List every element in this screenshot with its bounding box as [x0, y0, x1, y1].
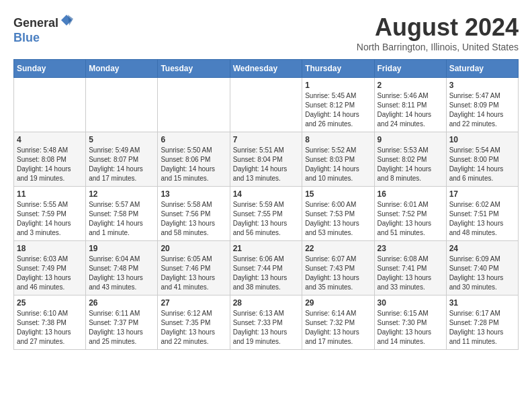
day-info: Sunrise: 6:14 AM Sunset: 7:32 PM Dayligh…	[305, 309, 371, 347]
weekday-header: Wednesday	[230, 60, 302, 78]
calendar-cell: 16Sunrise: 6:01 AM Sunset: 7:52 PM Dayli…	[374, 187, 446, 241]
calendar-cell: 23Sunrise: 6:08 AM Sunset: 7:41 PM Dayli…	[374, 241, 446, 295]
calendar-header-row: SundayMondayTuesdayWednesdayThursdayFrid…	[14, 60, 519, 78]
day-number: 1	[305, 81, 371, 90]
calendar-cell: 26Sunrise: 6:11 AM Sunset: 7:37 PM Dayli…	[86, 295, 158, 350]
logo: General Blue	[13, 13, 73, 45]
day-number: 10	[449, 135, 515, 144]
calendar-cell: 25Sunrise: 6:10 AM Sunset: 7:38 PM Dayli…	[14, 295, 86, 350]
weekday-header: Friday	[374, 60, 446, 78]
calendar-cell: 13Sunrise: 5:58 AM Sunset: 7:56 PM Dayli…	[158, 187, 230, 241]
calendar-cell: 12Sunrise: 5:57 AM Sunset: 7:58 PM Dayli…	[86, 187, 158, 241]
day-info: Sunrise: 6:06 AM Sunset: 7:44 PM Dayligh…	[233, 255, 300, 292]
day-info: Sunrise: 6:08 AM Sunset: 7:41 PM Dayligh…	[378, 255, 443, 292]
calendar-cell: 2Sunrise: 5:46 AM Sunset: 8:11 PM Daylig…	[374, 78, 446, 132]
calendar-cell: 29Sunrise: 6:14 AM Sunset: 7:32 PM Dayli…	[302, 295, 374, 350]
day-info: Sunrise: 6:13 AM Sunset: 7:33 PM Dayligh…	[233, 309, 300, 347]
day-info: Sunrise: 5:48 AM Sunset: 8:08 PM Dayligh…	[17, 146, 83, 183]
day-info: Sunrise: 6:05 AM Sunset: 7:46 PM Dayligh…	[161, 255, 226, 292]
calendar-cell: 9Sunrise: 5:53 AM Sunset: 8:02 PM Daylig…	[374, 132, 446, 187]
day-info: Sunrise: 5:52 AM Sunset: 8:03 PM Dayligh…	[305, 146, 371, 183]
calendar-cell: 17Sunrise: 6:02 AM Sunset: 7:51 PM Dayli…	[446, 187, 518, 241]
calendar-cell: 10Sunrise: 5:54 AM Sunset: 8:00 PM Dayli…	[446, 132, 518, 187]
day-info: Sunrise: 5:51 AM Sunset: 8:04 PM Dayligh…	[233, 146, 300, 183]
day-number: 13	[161, 189, 226, 199]
day-number: 27	[161, 298, 226, 308]
day-info: Sunrise: 6:12 AM Sunset: 7:35 PM Dayligh…	[161, 309, 226, 347]
day-number: 6	[161, 135, 226, 144]
weekday-header: Thursday	[302, 60, 374, 78]
day-info: Sunrise: 6:07 AM Sunset: 7:43 PM Dayligh…	[305, 255, 371, 292]
calendar-cell: 3Sunrise: 5:47 AM Sunset: 8:09 PM Daylig…	[446, 78, 518, 132]
day-number: 20	[161, 244, 226, 253]
calendar-cell: 6Sunrise: 5:50 AM Sunset: 8:06 PM Daylig…	[158, 132, 230, 187]
calendar-cell: 24Sunrise: 6:09 AM Sunset: 7:40 PM Dayli…	[446, 241, 518, 295]
day-info: Sunrise: 5:49 AM Sunset: 8:07 PM Dayligh…	[89, 146, 154, 183]
day-number: 25	[17, 298, 83, 308]
calendar-cell	[230, 78, 302, 132]
day-info: Sunrise: 5:54 AM Sunset: 8:00 PM Dayligh…	[449, 146, 515, 183]
day-number: 23	[378, 244, 443, 253]
logo-general: General	[13, 16, 58, 30]
day-info: Sunrise: 6:02 AM Sunset: 7:51 PM Dayligh…	[449, 200, 515, 238]
day-number: 28	[233, 298, 300, 308]
day-number: 30	[378, 298, 443, 308]
calendar-week-row: 4Sunrise: 5:48 AM Sunset: 8:08 PM Daylig…	[14, 132, 519, 187]
day-info: Sunrise: 6:09 AM Sunset: 7:40 PM Dayligh…	[449, 255, 515, 292]
day-number: 26	[89, 298, 154, 308]
day-number: 2	[378, 81, 443, 90]
calendar-cell: 18Sunrise: 6:03 AM Sunset: 7:49 PM Dayli…	[14, 241, 86, 295]
calendar-week-row: 1Sunrise: 5:45 AM Sunset: 8:12 PM Daylig…	[14, 78, 519, 132]
logo-icon	[60, 13, 73, 27]
day-info: Sunrise: 5:50 AM Sunset: 8:06 PM Dayligh…	[161, 146, 226, 183]
day-info: Sunrise: 6:15 AM Sunset: 7:30 PM Dayligh…	[378, 309, 443, 347]
calendar-cell: 14Sunrise: 5:59 AM Sunset: 7:55 PM Dayli…	[230, 187, 302, 241]
day-info: Sunrise: 6:00 AM Sunset: 7:53 PM Dayligh…	[305, 200, 371, 238]
day-info: Sunrise: 5:45 AM Sunset: 8:12 PM Dayligh…	[305, 91, 371, 129]
calendar-cell: 4Sunrise: 5:48 AM Sunset: 8:08 PM Daylig…	[14, 132, 86, 187]
day-info: Sunrise: 6:03 AM Sunset: 7:49 PM Dayligh…	[17, 255, 83, 292]
day-number: 11	[17, 189, 83, 199]
calendar-cell: 31Sunrise: 6:17 AM Sunset: 7:28 PM Dayli…	[446, 295, 518, 350]
calendar-cell: 1Sunrise: 5:45 AM Sunset: 8:12 PM Daylig…	[302, 78, 374, 132]
calendar-cell: 20Sunrise: 6:05 AM Sunset: 7:46 PM Dayli…	[158, 241, 230, 295]
calendar-cell: 5Sunrise: 5:49 AM Sunset: 8:07 PM Daylig…	[86, 132, 158, 187]
day-number: 31	[449, 298, 515, 308]
day-info: Sunrise: 5:55 AM Sunset: 7:59 PM Dayligh…	[17, 200, 83, 238]
day-info: Sunrise: 5:57 AM Sunset: 7:58 PM Dayligh…	[89, 200, 154, 238]
day-number: 14	[233, 189, 300, 199]
weekday-header: Sunday	[14, 60, 86, 78]
day-info: Sunrise: 5:47 AM Sunset: 8:09 PM Dayligh…	[449, 91, 515, 129]
calendar-cell: 22Sunrise: 6:07 AM Sunset: 7:43 PM Dayli…	[302, 241, 374, 295]
calendar-cell: 28Sunrise: 6:13 AM Sunset: 7:33 PM Dayli…	[230, 295, 302, 350]
day-number: 7	[233, 135, 300, 144]
day-number: 29	[305, 298, 371, 308]
day-number: 12	[89, 189, 154, 199]
day-number: 15	[305, 189, 371, 199]
day-info: Sunrise: 5:46 AM Sunset: 8:11 PM Dayligh…	[378, 91, 443, 129]
title-block: August 2024 North Barrington, Illinois, …	[357, 13, 519, 52]
logo-blue: Blue	[13, 31, 40, 44]
day-info: Sunrise: 6:17 AM Sunset: 7:28 PM Dayligh…	[449, 309, 515, 347]
day-number: 24	[449, 244, 515, 253]
day-number: 5	[89, 135, 154, 144]
calendar-cell: 11Sunrise: 5:55 AM Sunset: 7:59 PM Dayli…	[14, 187, 86, 241]
calendar-cell	[14, 78, 86, 132]
day-info: Sunrise: 6:10 AM Sunset: 7:38 PM Dayligh…	[17, 309, 83, 347]
calendar-week-row: 25Sunrise: 6:10 AM Sunset: 7:38 PM Dayli…	[14, 295, 519, 350]
day-info: Sunrise: 6:01 AM Sunset: 7:52 PM Dayligh…	[378, 200, 443, 238]
day-info: Sunrise: 6:04 AM Sunset: 7:48 PM Dayligh…	[89, 255, 154, 292]
day-info: Sunrise: 5:59 AM Sunset: 7:55 PM Dayligh…	[233, 200, 300, 238]
day-number: 3	[449, 81, 515, 90]
calendar-table: SundayMondayTuesdayWednesdayThursdayFrid…	[13, 59, 519, 350]
calendar-cell	[158, 78, 230, 132]
day-number: 21	[233, 244, 300, 253]
weekday-header: Monday	[86, 60, 158, 78]
calendar-cell: 8Sunrise: 5:52 AM Sunset: 8:03 PM Daylig…	[302, 132, 374, 187]
location-title: North Barrington, Illinois, United State…	[357, 42, 519, 52]
day-info: Sunrise: 5:53 AM Sunset: 8:02 PM Dayligh…	[378, 146, 443, 183]
weekday-header: Saturday	[446, 60, 518, 78]
calendar-cell	[86, 78, 158, 132]
weekday-header: Tuesday	[158, 60, 230, 78]
page-header: General Blue August 2024 North Barringto…	[13, 13, 519, 52]
